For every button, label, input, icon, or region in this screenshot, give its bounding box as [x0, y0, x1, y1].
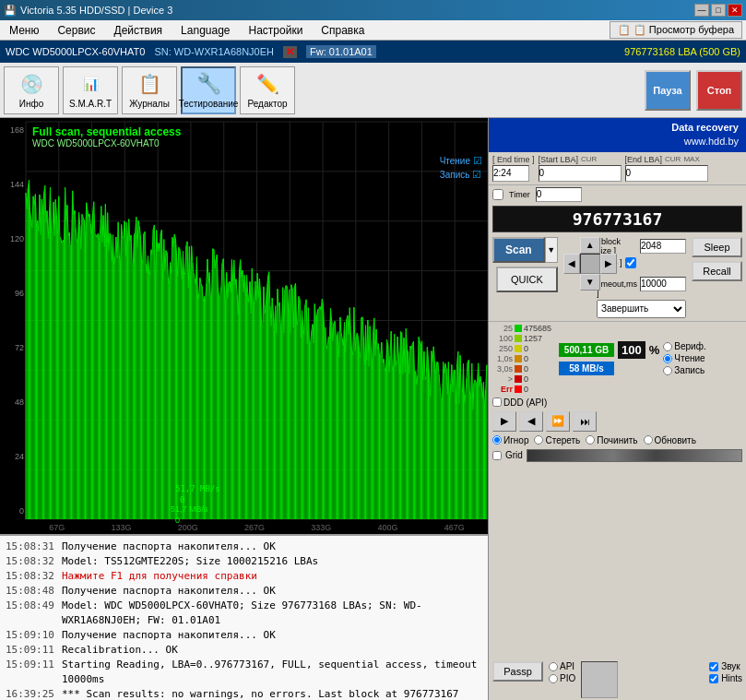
verif-radio-group: Вериф. Чтение Запись	[663, 341, 705, 375]
refresh-label: Обновить	[655, 435, 696, 445]
test-label: Тестирование	[179, 99, 239, 109]
lower-controls: DDD (API)	[489, 396, 746, 409]
repair-radio[interactable]	[586, 435, 595, 445]
nav-down-button[interactable]: ▼	[580, 274, 600, 291]
write-radio[interactable]	[663, 366, 672, 375]
log-msg: *** Scan results: no warnings, no errors…	[62, 687, 482, 700]
editor-button[interactable]: ✏️ Редактор	[240, 66, 295, 114]
transport-row: ▶ ◀ ⏩ ⏭	[489, 409, 746, 433]
end-lba-input[interactable]	[625, 165, 708, 182]
read-radio[interactable]	[663, 354, 672, 363]
data-recovery-line2: www.hdd.by	[496, 135, 739, 148]
scan-button[interactable]: Scan	[492, 237, 545, 263]
refresh-radio[interactable]	[644, 435, 653, 445]
bottom-right-row: Passp API PIO Звук	[489, 659, 746, 700]
timeout-input[interactable]	[640, 277, 686, 291]
title-controls[interactable]: — □ ✕	[694, 4, 742, 17]
err-gt-row: > 0	[492, 374, 551, 384]
graph-area: 168 144 120 96 72 48 24 0 Full scan, seq…	[0, 118, 488, 534]
minimize-button[interactable]: —	[694, 4, 709, 17]
nav-right-button[interactable]: ▶	[600, 254, 617, 274]
api-row: API	[549, 661, 575, 671]
log-msg: Получение паспорта накопителя... OK	[62, 540, 276, 554]
sound-checkbox[interactable]	[709, 662, 718, 671]
log-time: 15:08:32	[6, 569, 54, 584]
refresh-row: Обновить	[644, 435, 696, 445]
scan-btn-row: Scan ▼	[492, 237, 558, 263]
sound-label: Звук	[721, 661, 740, 671]
end-time-input[interactable]	[492, 165, 529, 182]
hints-row: Hints	[709, 673, 742, 683]
pio-radio[interactable]	[549, 674, 558, 683]
info-button[interactable]: 💿 Инфо	[4, 66, 59, 114]
err-gt-bar	[515, 375, 522, 383]
drive-close-button[interactable]: ✕	[283, 46, 297, 58]
x-label-67g: 67G	[49, 523, 65, 532]
nav-left-button[interactable]: ◀	[563, 254, 580, 274]
timer-row: Timer	[489, 185, 746, 204]
buffer-label: 📋 Просмотр буфера	[634, 24, 734, 36]
start-lba-input[interactable]	[539, 165, 622, 182]
scan-dropdown[interactable]: ▼	[545, 237, 558, 263]
sound-hints-group: Звук Hints	[709, 661, 742, 683]
slider-placeholder	[581, 661, 618, 698]
smart-button[interactable]: 📊 S.M.A.R.T	[63, 66, 118, 114]
timer-input[interactable]	[536, 187, 582, 202]
menu-item-service[interactable]: Сервис	[48, 22, 104, 39]
grid-checkbox[interactable]	[492, 451, 502, 460]
menu-item-language[interactable]: Language	[172, 22, 239, 39]
log-time: 15:08:48	[6, 584, 54, 599]
reading-checkbox[interactable]: ☑	[473, 155, 482, 167]
menu-item-settings[interactable]: Настройки	[240, 22, 313, 39]
ignore-radio[interactable]	[492, 435, 502, 445]
menu-item-actions[interactable]: Действия	[105, 22, 172, 39]
ignore-label: Игнор	[503, 435, 528, 445]
timer-checkbox[interactable]	[492, 189, 503, 200]
repair-label: Починить	[597, 435, 637, 445]
quick-button[interactable]: QUICK	[496, 267, 558, 292]
hints-checkbox[interactable]	[709, 674, 718, 683]
close-button[interactable]: ✕	[728, 4, 742, 17]
err-250-count: 0	[524, 344, 528, 353]
graph-subtitle-text: WDC WD5000LPCX-60VHAT0	[32, 138, 181, 148]
color-stripe	[527, 449, 742, 462]
test-button[interactable]: 🔧 Тестирование	[181, 66, 236, 114]
block-size-input[interactable]	[640, 239, 686, 254]
auto-checkbox[interactable]	[625, 257, 636, 268]
log-area[interactable]: 15:08:31 Получение паспорта накопителя..…	[0, 534, 488, 700]
finish-dropdown[interactable]: Завершить	[597, 300, 686, 318]
err-gt-speed: >	[492, 374, 513, 384]
err-25-count: 475685	[524, 324, 551, 333]
nav-up-button[interactable]: ▲	[580, 237, 600, 254]
sleep-button[interactable]: Sleep	[692, 237, 742, 257]
title-bar: 💾 Victoria 5.35 HDD/SSD | Device 3 — □ ✕	[0, 0, 746, 20]
transport-back-button[interactable]: ◀	[519, 411, 543, 432]
passp-button[interactable]: Passp	[492, 661, 543, 682]
ignore-row: Игнор	[492, 435, 528, 445]
api-radio[interactable]	[549, 662, 558, 671]
start-lba-cur: CUR	[581, 155, 597, 163]
menu-item-menu[interactable]: Меню	[0, 22, 48, 39]
log-entry: 16:39:25 *** Scan results: no warnings, …	[6, 687, 482, 700]
erase-radio[interactable]	[534, 435, 543, 445]
journal-button[interactable]: 📋 Журналы	[122, 66, 177, 114]
log-msg: Recalibration... OK	[62, 643, 178, 658]
transport-ff-button[interactable]: ⏩	[546, 411, 570, 432]
maximize-button[interactable]: □	[711, 4, 726, 17]
pio-row: PIO	[549, 673, 575, 683]
log-entry: 15:09:11 Starting Reading, LBA=0..976773…	[6, 658, 482, 687]
menu-item-help[interactable]: Справка	[312, 22, 373, 39]
transport-play-button[interactable]: ▶	[492, 411, 516, 432]
buffer-view-button[interactable]: 📋 📋 Просмотр буфера	[610, 21, 742, 39]
timer-label: Timer	[509, 190, 530, 199]
writing-checkbox[interactable]: ☑	[472, 169, 481, 181]
ddd-checkbox[interactable]	[492, 397, 502, 407]
pause-button[interactable]: Пауза	[645, 70, 691, 111]
recall-button[interactable]: Recall	[692, 261, 742, 281]
verif-radio[interactable]	[663, 342, 672, 351]
nav-center-button[interactable]	[580, 254, 600, 274]
x-label-333g: 333G	[311, 523, 331, 532]
stop-button[interactable]: Стоп	[696, 70, 742, 111]
transport-end-button[interactable]: ⏭	[573, 411, 597, 432]
err-250-row: 250 0	[492, 344, 551, 353]
